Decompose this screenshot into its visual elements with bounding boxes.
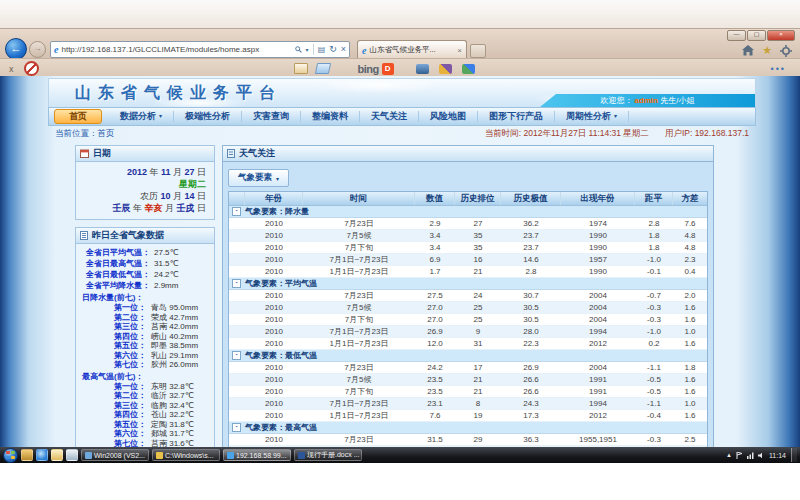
new-tab-button[interactable] [470,44,486,58]
taskbar-button-label: 现行手册.docx ... [307,450,360,460]
toolbar-close-icon[interactable]: x [9,64,14,74]
forward-button[interactable]: → [29,41,46,58]
tray-expand-icon[interactable]: ▲ [726,452,732,458]
bing-logo[interactable]: bing [358,63,379,75]
ranking-rank: 第四位： [114,332,146,342]
collapse-toggle-icon[interactable]: - [232,351,241,360]
table-cell: 2010 [245,362,303,373]
toolbar-overflow-dots[interactable]: ••• [771,64,786,74]
quick-launch-icon-1[interactable] [21,449,33,461]
favorites-star-icon[interactable]: ★ [762,44,772,57]
network-icon[interactable] [747,452,754,459]
table-cell: 2.8 [501,266,561,277]
quick-launch-icon-2[interactable] [66,449,78,461]
quick-launch-ie-icon[interactable] [36,449,48,461]
settings-gear-icon[interactable] [780,45,792,57]
table-group-row[interactable]: -气象要素：平均气温 [229,278,707,290]
table-cell: 30.5 [501,302,561,313]
stop-icon[interactable]: × [341,44,346,54]
blocked-icon[interactable] [24,61,39,76]
nav-item-7[interactable]: 图形下行产品 [478,111,555,122]
ranking-value: 东明 32.8℃ [151,382,194,392]
weekday: 星期二 [84,178,206,190]
table-cell: 1月1日~7月23日 [303,266,415,277]
taskbar-button-0[interactable]: Win2008 (VS2... [81,449,149,461]
show-desktop-button[interactable] [791,448,797,462]
chrome-right-icons: ★ [742,44,792,57]
element-filter-button[interactable]: 气象要素 ▾ [228,169,289,187]
clock[interactable]: 11:14 [769,452,786,459]
date-part: 14 [184,191,194,201]
table-group-row[interactable]: -气象要素：最低气温 [229,350,707,362]
row-select-cell [229,338,245,349]
tab-close-icon[interactable]: × [457,46,462,55]
row-select-cell [229,230,245,241]
taskbar-button-1[interactable]: C:\Windows\s... [152,449,220,461]
nav-item-4[interactable]: 整编资料 [301,111,360,122]
table-cell: 2010 [245,374,303,385]
start-button[interactable] [3,448,18,463]
table-cell: 1957 [561,254,635,265]
ranking-rank: 第二位： [114,391,146,401]
taskbar-button-icon [227,452,234,459]
date-part: 月 [170,167,184,177]
bing-badge[interactable]: D [382,63,394,75]
bottom-strip [0,463,800,500]
page-viewport: 山东省气候业务平台 欢迎您： admin 先生/小姐 首页数据分析▾极端性分析灾… [0,76,800,447]
address-bar[interactable]: e http://192.168.137.1/GLCCLIMATE/module… [50,41,350,58]
ganzhi-date: 壬辰 年 辛亥 月 壬戌 日 [84,202,206,214]
table-cell: 2012 [561,410,635,421]
browser-tab[interactable]: e 山东省气候业务平... × [357,40,467,59]
table-cell: 27.5 [415,290,455,301]
user-ip-text: 用户IP: 192.168.137.1 [665,128,749,140]
refresh-icon[interactable]: ↻ [329,44,337,54]
taskbar-button-icon [298,452,305,459]
action-center-flag-icon[interactable] [736,452,743,459]
row-select-cell [229,302,245,313]
nav-item-label: 数据分析 [120,111,156,122]
search-dropdown-caret[interactable]: ▾ [306,46,309,53]
nav-item-1[interactable]: 数据分析▾ [109,111,174,122]
toolbar-app-icon-3[interactable] [462,64,475,74]
back-button[interactable]: ← [5,38,27,60]
table-header-cell: 年份 [245,192,303,205]
table-cell: 7.6 [673,218,707,229]
table-cell: 9 [455,326,501,337]
nav-item-8[interactable]: 周期性分析▾ [555,111,629,122]
compat-view-icon[interactable]: ▤ [318,45,326,54]
taskbar-button-3[interactable]: 现行手册.docx ... [294,449,362,461]
table-cell: 27.0 [415,302,455,313]
nav-item-5[interactable]: 天气关注 [360,111,419,122]
table-cell: 2004 [561,302,635,313]
table-cell: 2010 [245,314,303,325]
send-icon[interactable] [314,63,330,74]
task-buttons: Win2008 (VS2...C:\Windows\s...192.168.58… [81,449,362,461]
nav-item-3[interactable]: 灾害查询 [242,111,301,122]
collapse-toggle-icon[interactable]: - [232,279,241,288]
nav-item-0[interactable]: 首页 [54,109,102,124]
table-group-row[interactable]: -气象要素：最高气温 [229,422,707,434]
nav-item-6[interactable]: 风险地图 [419,111,478,122]
minimize-button[interactable]: — [727,30,746,41]
collapse-toggle-icon[interactable]: - [232,423,241,432]
quick-launch-folder-icon[interactable] [51,449,63,461]
collapse-toggle-icon[interactable]: - [232,207,241,216]
volume-icon[interactable] [758,452,765,459]
nav-item-2[interactable]: 极端性分析 [174,111,242,122]
table-cell: 26.9 [501,362,561,373]
table-cell: 1990 [561,266,635,277]
close-button[interactable]: × [767,30,795,41]
maximize-button[interactable]: ▢ [747,30,766,41]
search-icon[interactable] [295,46,302,53]
taskbar-button-2[interactable]: 192.168.58.99... [223,449,291,461]
mail-icon[interactable] [294,63,308,74]
toolbar-app-icon-2[interactable] [439,64,452,74]
toolbar-app-icon-1[interactable] [416,64,429,74]
table-cell: 1990 [561,242,635,253]
home-icon[interactable] [742,45,754,56]
summary-row: 全省日平均气温：27.5℃ [80,247,210,258]
url-text[interactable]: http://192.168.137.1/GLCCLIMATE/modules/… [61,45,294,54]
ranking-rank: 第五位： [114,420,146,430]
tab-title: 山东省气候业务平... [369,45,455,55]
table-group-row[interactable]: -气象要素：降水量 [229,206,707,218]
